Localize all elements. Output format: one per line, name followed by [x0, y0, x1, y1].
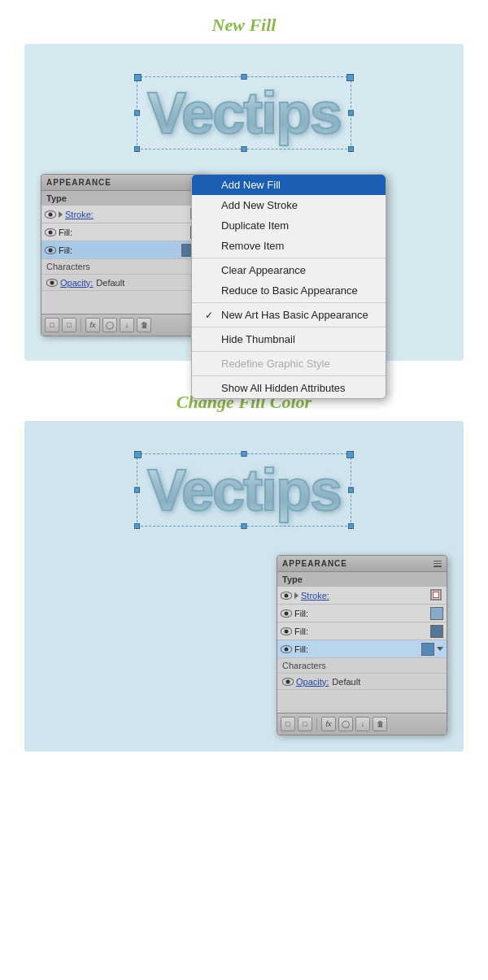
section1-title: New Fill	[0, 0, 488, 44]
demo-area-2: Vectips APPEARANCE Type	[24, 421, 464, 752]
handle-top-mid	[241, 74, 246, 80]
menu-sep-1	[192, 258, 386, 258]
panel2-fill-row-3[interactable]: Fill:	[277, 640, 447, 658]
menu-item-hide-thumbnail[interactable]: Hide Thumbnail	[192, 329, 386, 349]
section2: Change Fill Color Vectips APPEARANCE	[0, 377, 488, 752]
handle-bottom-right	[348, 146, 354, 152]
panel-empty-space	[41, 291, 207, 314]
footer2-divider-1	[316, 718, 317, 731]
panel-fill-row-2[interactable]: Fill:	[41, 241, 207, 259]
opacity-row: Opacity: Default	[41, 275, 207, 291]
opacity2-label[interactable]: Opacity:	[296, 677, 329, 687]
panel2-empty-space	[277, 690, 447, 713]
stroke2-swatch[interactable]	[430, 589, 443, 602]
panel-title-1: APPEARANCE	[46, 178, 111, 187]
menu-item-reduce[interactable]: Reduce to Basic Appearance	[192, 280, 386, 301]
menu-item-duplicate[interactable]: Duplicate Item	[192, 215, 386, 236]
visibility-icon-opacity[interactable]	[46, 279, 58, 287]
appearance-panel-2: APPEARANCE Type Stroke:	[277, 555, 447, 735]
panel-footer-1: □ □ fx ◯ ↓ 🗑	[41, 314, 207, 336]
footer-btn-fx[interactable]: fx	[85, 318, 100, 332]
vectips-illustration-1: Vectips	[137, 76, 351, 150]
menu-item-redefine: Redefine Graphic Style	[192, 353, 386, 374]
expand-icon-stroke[interactable]	[59, 211, 63, 218]
footer-btn-trash[interactable]: 🗑	[137, 318, 151, 332]
handle2-mid-left	[134, 488, 140, 493]
footer2-btn-fx[interactable]: fx	[321, 717, 336, 731]
menu-item-new-art[interactable]: ✓ New Art Has Basic Appearance	[192, 305, 386, 325]
visibility2-icon-stroke[interactable]	[281, 592, 292, 600]
menu-label-clear: Clear Appearance	[221, 264, 306, 276]
characters-row: Characters	[41, 259, 207, 275]
visibility2-icon-fill3[interactable]	[281, 645, 292, 653]
footer2-btn-trash[interactable]: 🗑	[373, 717, 387, 731]
visibility2-icon-fill2[interactable]	[281, 627, 292, 635]
visibility-icon-fill1[interactable]	[45, 228, 56, 236]
stroke2-label[interactable]: Stroke:	[301, 591, 430, 601]
vectips-illustration-2: Vectips	[137, 453, 351, 527]
menu-item-add-new-stroke[interactable]: Add New Stroke	[192, 195, 386, 215]
menu-sep-2	[192, 302, 386, 303]
fill2-1-label: Fill:	[294, 609, 430, 618]
fill2-2-swatch[interactable]	[430, 625, 443, 638]
menu-item-add-new-fill[interactable]: Add New Fill	[192, 175, 386, 195]
stroke-label[interactable]: Stroke:	[65, 210, 190, 219]
menu-label-hide-thumb: Hide Thumbnail	[221, 333, 295, 345]
context-menu: Add New Fill Add New Stroke Duplicate It…	[191, 174, 386, 399]
panel-menu-button-2[interactable]	[434, 561, 442, 567]
panel-type-header: Type	[41, 191, 207, 206]
fill2-3-swatch[interactable]	[421, 643, 434, 656]
menu-item-show-hidden[interactable]: Show All Hidden Attributes	[192, 378, 386, 398]
menu-item-clear-appearance[interactable]: Clear Appearance	[192, 260, 386, 280]
panel-fill-row-1[interactable]: Fill:	[41, 223, 207, 241]
footer2-btn-square2[interactable]: □	[298, 717, 312, 731]
panel2-fill-row-2[interactable]: Fill:	[277, 622, 447, 640]
panel-area-1: APPEARANCE Type Stroke:	[41, 174, 447, 336]
menu-label-reduce: Reduce to Basic Appearance	[221, 284, 358, 297]
handle-bottom-mid	[241, 146, 246, 152]
fill2-3-dropdown[interactable]	[437, 647, 443, 651]
footer2-btn-down[interactable]: ↓	[355, 717, 370, 731]
handle2-bottom-right	[348, 523, 354, 529]
demo-area-1: Vectips APPEARANCE Type Stroke:	[24, 44, 464, 361]
handle2-top-mid	[241, 451, 246, 457]
opacity-label[interactable]: Opacity:	[60, 278, 93, 288]
panel-header-1: APPEARANCE	[41, 175, 207, 191]
menu-sep-3	[192, 327, 386, 327]
selection-box-2: Vectips	[137, 453, 351, 527]
fill2-3-right	[421, 643, 443, 656]
visibility-icon-fill2[interactable]	[45, 246, 56, 254]
visibility2-icon-fill1[interactable]	[281, 609, 292, 618]
menu-label-redefine: Redefine Graphic Style	[221, 358, 330, 370]
check-icon-new-art: ✓	[205, 310, 216, 321]
footer-btn-square1[interactable]: □	[45, 318, 59, 332]
fill2-1-swatch[interactable]	[430, 607, 443, 620]
panel-stroke-row[interactable]: Stroke:	[41, 206, 207, 223]
handle2-bottom-mid	[241, 523, 246, 529]
visibility2-icon-opacity[interactable]	[282, 678, 294, 686]
footer2-btn-circle[interactable]: ◯	[338, 717, 353, 731]
opacity2-row: Opacity: Default	[277, 674, 447, 690]
selection-box-1: Vectips	[137, 76, 351, 150]
panel2-stroke-row[interactable]: Stroke:	[277, 587, 447, 605]
footer2-btn-square1[interactable]: □	[281, 717, 295, 731]
handle2-mid-right	[348, 488, 354, 493]
menu-item-remove[interactable]: Remove Item	[192, 236, 386, 256]
footer-btn-circle[interactable]: ◯	[102, 318, 117, 332]
panel-footer-2: □ □ fx ◯ ↓ 🗑	[277, 713, 447, 735]
fill2-2-label: Fill:	[294, 627, 430, 636]
vectips-text-1: Vectips	[147, 84, 341, 142]
footer-btn-down[interactable]: ↓	[120, 318, 134, 332]
handle-mid-right	[348, 111, 354, 116]
opacity2-value: Default	[332, 677, 360, 687]
menu-sep-5	[192, 375, 386, 376]
footer-btn-square2[interactable]: □	[62, 318, 76, 332]
visibility-icon-stroke[interactable]	[45, 210, 56, 219]
vectips-text-2: Vectips	[147, 461, 341, 519]
fill1-label: Fill:	[59, 228, 190, 237]
panel2-type-header: Type	[277, 572, 447, 587]
panel-title-2: APPEARANCE	[282, 559, 347, 568]
panel2-fill-row-1[interactable]: Fill:	[277, 605, 447, 622]
stroke2-swatch-inner	[430, 589, 442, 601]
expand2-icon-stroke[interactable]	[294, 592, 298, 599]
